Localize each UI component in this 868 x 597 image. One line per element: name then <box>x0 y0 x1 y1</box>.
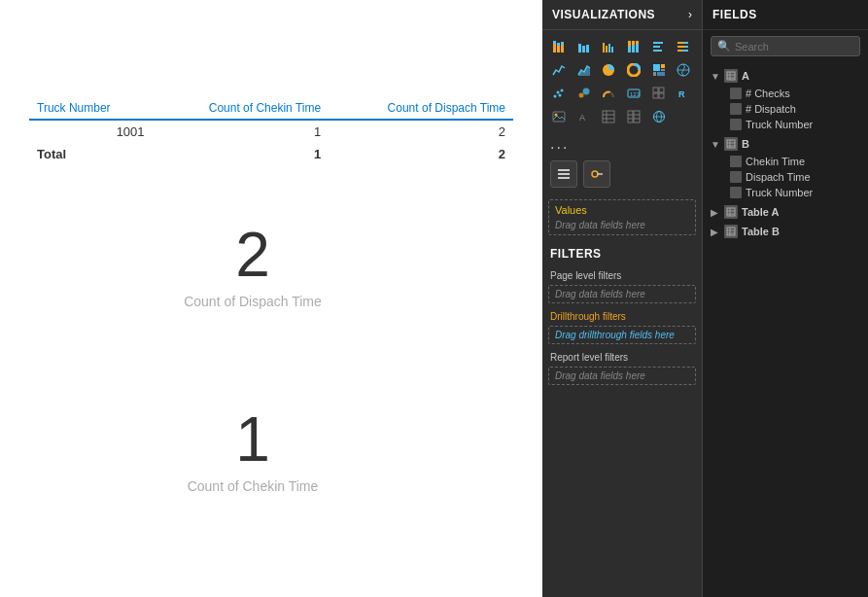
checkbox-dispach-time[interactable] <box>730 171 742 183</box>
chekin-time-card: 1 Count of Chekin Time <box>156 408 350 494</box>
checkbox-checks[interactable] <box>730 88 742 99</box>
group-b-label: B <box>742 138 749 150</box>
total-row: Total 1 2 <box>29 143 513 165</box>
viz-icon-bar[interactable] <box>573 36 595 57</box>
field-checks-label: # Checks <box>746 88 790 99</box>
svg-point-39 <box>561 89 564 92</box>
cell-truck: 1001 <box>29 120 153 143</box>
svg-rect-11 <box>608 44 610 53</box>
svg-rect-54 <box>603 111 614 123</box>
svg-rect-67 <box>558 169 570 171</box>
field-checks[interactable]: # Checks <box>703 86 868 101</box>
cell-chekin: 1 <box>153 120 330 143</box>
tree-section-table-b[interactable]: ▶ Table B <box>703 222 868 241</box>
svg-rect-2 <box>557 46 560 53</box>
fields-tree: ▼ A # Checks <box>703 62 868 597</box>
viz-icon-bubble[interactable] <box>573 83 595 104</box>
search-input[interactable] <box>735 41 868 53</box>
viz-icon-text[interactable]: A <box>573 106 595 127</box>
chekin-time-value: 1 <box>156 408 350 471</box>
checkbox-chekin[interactable] <box>730 156 742 167</box>
viz-icon-horizontal-bar[interactable] <box>648 36 670 57</box>
viz-icon-stacked-horizontal[interactable] <box>673 36 694 57</box>
svg-rect-19 <box>653 42 663 44</box>
field-dispatch[interactable]: # Dispatch <box>703 101 868 117</box>
svg-rect-31 <box>661 64 665 68</box>
svg-point-40 <box>559 94 562 97</box>
viz-icon-image[interactable] <box>548 106 570 127</box>
viz-icon-gauge[interactable] <box>598 83 619 104</box>
page-level-filters-label: Page level filters <box>548 266 696 285</box>
viz-icon-map[interactable] <box>673 59 694 81</box>
svg-rect-24 <box>677 46 685 48</box>
search-icon: 🔍 <box>717 40 731 53</box>
svg-rect-16 <box>632 45 635 53</box>
svg-rect-25 <box>685 46 688 48</box>
viz-icon-matrix[interactable] <box>648 83 670 104</box>
tree-group-b-header[interactable]: ▼ B <box>703 134 868 154</box>
checkbox-dispatch[interactable] <box>730 103 742 115</box>
fields-panel: FIELDS 🔍 ▼ A <box>703 0 868 597</box>
search-box[interactable]: 🔍 <box>711 36 860 56</box>
tree-section-table-a[interactable]: ▶ Table A <box>703 202 868 222</box>
viz-icon-matrix2[interactable] <box>623 106 644 127</box>
svg-rect-3 <box>557 43 560 46</box>
svg-rect-6 <box>578 44 581 53</box>
field-truck-number-b[interactable]: Truck Number <box>703 185 868 200</box>
svg-rect-72 <box>727 72 735 80</box>
svg-rect-34 <box>657 72 665 76</box>
viz-icon-r-script[interactable]: R <box>673 83 694 104</box>
cell-dispach: 2 <box>329 120 513 143</box>
report-level-drop[interactable]: Drag data fields here <box>548 367 696 385</box>
col-header-truck: Truck Number <box>29 97 153 120</box>
svg-rect-32 <box>661 69 665 71</box>
viz-icon-donut[interactable] <box>623 59 644 81</box>
table-icon-a <box>724 69 738 83</box>
checkbox-truck-a[interactable] <box>730 119 742 130</box>
cell-total-chekin: 1 <box>153 143 330 165</box>
viz-icon-100-bar[interactable] <box>623 36 644 57</box>
viz-icon-pie[interactable] <box>598 59 619 81</box>
viz-icon-grouped-bar[interactable] <box>598 36 619 57</box>
svg-rect-26 <box>677 50 682 52</box>
viz-icon-card[interactable]: 123 <box>623 83 644 104</box>
tree-group-a: ▼ A # Checks <box>703 66 868 132</box>
right-panel: VISUALIZATIONS › <box>542 0 868 597</box>
svg-rect-59 <box>634 111 640 123</box>
values-dropzone[interactable]: Values Drag data fields here <box>548 199 696 235</box>
viz-expand-arrow[interactable]: › <box>688 8 692 21</box>
field-truck-a-label: Truck Number <box>746 119 813 130</box>
viz-field-icons <box>542 155 702 193</box>
col-header-dispach: Count of Dispach Time <box>329 97 513 120</box>
viz-icon-scatter[interactable] <box>548 83 570 104</box>
svg-text:A: A <box>579 113 585 123</box>
viz-more-dots[interactable]: ... <box>542 133 702 155</box>
drillthrough-drop[interactable]: Drag drillthrough fields here <box>548 326 696 344</box>
viz-icon-line[interactable] <box>548 59 570 81</box>
page-level-drop[interactable]: Drag data fields here <box>548 285 696 303</box>
viz-icon-stacked-bar[interactable] <box>548 36 570 57</box>
viz-icon-treemap[interactable] <box>648 59 670 81</box>
field-dispach-time[interactable]: Dispach Time <box>703 169 868 185</box>
svg-rect-80 <box>727 208 735 216</box>
table-icon-table-a <box>724 205 738 219</box>
viz-title: VISUALIZATIONS <box>552 8 655 21</box>
svg-rect-47 <box>659 88 664 92</box>
viz-icon-table[interactable] <box>598 106 619 127</box>
viz-icon-globe[interactable] <box>648 106 670 127</box>
viz-fields-btn[interactable] <box>550 160 577 188</box>
table-area: Truck Number Count of Chekin Time Count … <box>29 97 513 165</box>
chekin-time-label: Count of Chekin Time <box>156 478 350 494</box>
checkbox-truck-b[interactable] <box>730 187 742 198</box>
field-chekin-time[interactable]: Chekin Time <box>703 154 868 169</box>
viz-format-btn[interactable] <box>583 160 610 188</box>
tree-expand-b: ▼ <box>711 139 720 150</box>
tree-expand-a: ▼ <box>711 71 720 82</box>
table-icon-table-b <box>724 225 738 238</box>
tree-group-a-header[interactable]: ▼ A <box>703 66 868 86</box>
viz-icon-area[interactable] <box>573 59 595 81</box>
field-truck-number-a[interactable]: Truck Number <box>703 117 868 132</box>
data-table: Truck Number Count of Chekin Time Count … <box>29 97 513 165</box>
svg-rect-8 <box>586 45 589 53</box>
dispach-time-card: 2 Count of Dispach Time <box>156 224 350 309</box>
